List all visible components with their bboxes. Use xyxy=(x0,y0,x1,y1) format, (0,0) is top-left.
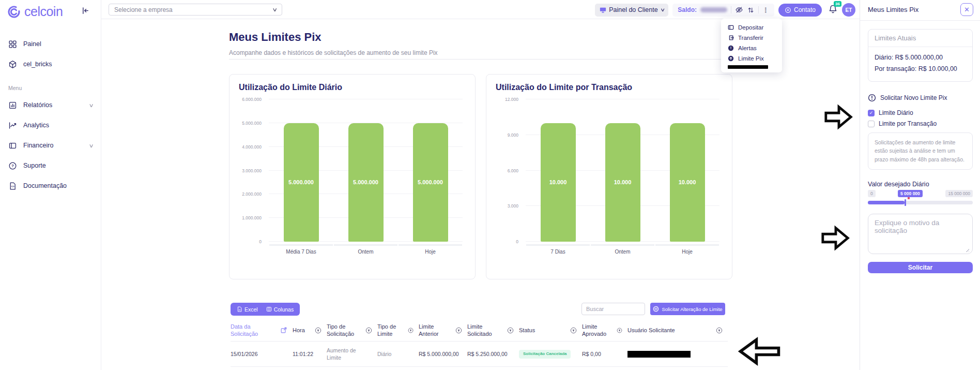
menu-item-redaction-bar xyxy=(728,65,768,69)
menu-item-alertas[interactable]: ! Alertas xyxy=(721,43,782,53)
sidebar-item-cel-bricks[interactable]: cel_bricks xyxy=(0,56,101,72)
topbar-actions: Painel do Cliente ∨ Saldo: ⋮ Contato xyxy=(595,3,855,17)
requests-table: Data da Solicitação Hora Tipo de Solicit… xyxy=(231,319,728,367)
bar-slot: 10.000 xyxy=(590,99,655,242)
column-header-data-solicitacao[interactable]: Data da Solicitação xyxy=(231,319,293,341)
x-axis-labels: 7 DiasOntemHoje xyxy=(526,244,719,255)
column-header-limite-aprovado[interactable]: Limite Aprovado xyxy=(582,319,627,341)
checkbox-limite-transacao[interactable]: Limite por Transação xyxy=(868,120,937,127)
support-icon: ? xyxy=(8,161,17,170)
checkbox-limite-diario[interactable]: ✓ Limite Diário xyxy=(868,109,913,116)
table-header-row: Data da Solicitação Hora Tipo de Solicit… xyxy=(231,319,728,341)
sidebar-item-financeiro[interactable]: Financeiro ∨ xyxy=(0,138,101,153)
reports-icon xyxy=(8,101,17,110)
client-panel-label: Painel do Cliente xyxy=(609,6,658,13)
company-select[interactable]: Selecione a empresa ∨ xyxy=(109,4,282,16)
client-panel-switcher[interactable]: Painel do Cliente ∨ xyxy=(595,4,668,17)
slider-handle[interactable] xyxy=(905,199,906,206)
sidebar-item-label: Suporte xyxy=(23,162,46,169)
current-limits-header: Limites Atuais xyxy=(868,29,972,47)
column-header-tipo-solicitacao[interactable]: Tipo de Solicitação xyxy=(327,319,377,341)
filter-icon[interactable] xyxy=(408,327,414,334)
menu-item-transferir[interactable]: Transferir xyxy=(721,33,782,43)
sidebar-item-analytics[interactable]: Analytics xyxy=(0,117,101,133)
info-icon xyxy=(868,94,876,102)
column-header-hora[interactable]: Hora xyxy=(293,319,327,341)
bar-value-label: 10.000 xyxy=(614,179,632,185)
per-transaction-limit-value: Por transação: R$ 10.000,00 xyxy=(875,64,966,75)
checkbox-checked-icon[interactable]: ✓ xyxy=(868,110,875,116)
svg-text:!: ! xyxy=(730,46,731,50)
divider xyxy=(731,6,731,13)
filter-icon[interactable] xyxy=(570,327,577,334)
brand-name: celcoin xyxy=(24,4,63,19)
menu-item-label: Alertas xyxy=(738,45,757,51)
reason-textarea[interactable] xyxy=(868,214,973,254)
columns-button[interactable]: Colunas xyxy=(262,303,298,316)
table-row[interactable]: 15/01/2026 11:01:22 Aumento de Limite Di… xyxy=(231,342,728,366)
excel-label: Excel xyxy=(244,306,258,313)
filter-icon[interactable] xyxy=(365,327,372,334)
bar-value-label: 10.000 xyxy=(549,179,567,185)
chevron-down-icon: ∨ xyxy=(660,7,665,12)
y-tick-label: 1.000.000 xyxy=(242,215,262,220)
sidebar-collapse-icon[interactable] xyxy=(82,7,89,17)
filter-icon[interactable] xyxy=(507,327,514,334)
request-limit-change-button[interactable]: Solicitar Alteração de Limite xyxy=(650,303,725,315)
contato-button[interactable]: Contato xyxy=(778,4,822,17)
filter-icon[interactable] xyxy=(617,327,622,334)
y-axis-labels: 03.0006.0009.00012.000 xyxy=(496,99,523,242)
column-header-usuario-solicitante[interactable]: Usuário Solicitante xyxy=(627,319,728,341)
columns-label: Colunas xyxy=(274,306,294,313)
filter-icon[interactable] xyxy=(315,327,321,334)
close-icon[interactable]: ✕ xyxy=(960,3,973,16)
y-tick-label: 12.000 xyxy=(505,97,518,102)
menu-item-depositar[interactable]: Depositar xyxy=(721,22,782,33)
circle-minus-icon xyxy=(653,306,659,312)
column-header-limite-anterior[interactable]: Limite Anterior xyxy=(419,319,467,341)
kebab-menu-icon[interactable]: ⋮ xyxy=(762,6,769,14)
checkbox-label: Limite Diário xyxy=(879,109,913,116)
filter-icon[interactable] xyxy=(455,327,462,334)
avatar[interactable]: ET xyxy=(842,3,855,17)
y-axis-labels: 01.000.0002.000.0003.000.0004.000.0005.0… xyxy=(239,99,266,242)
chart-plot-area: 03.0006.0009.00012.000 10.00010.00010.00… xyxy=(496,99,723,255)
hide-balance-eye-off-icon[interactable] xyxy=(735,6,743,14)
limit-request-note: Solicitações de aumento de limite estão … xyxy=(868,132,973,170)
sidebar-item-label: Financeiro xyxy=(23,142,53,149)
sidebar-item-documentacao[interactable]: <> Documentação xyxy=(0,178,101,194)
analytics-icon xyxy=(8,121,17,130)
cell-previous-limit: R$ 5.000.000,00 xyxy=(419,342,465,366)
column-header-limite-solicitado[interactable]: Limite Solicitado xyxy=(467,319,519,341)
sidebar-item-painel[interactable]: Painel xyxy=(0,36,101,52)
slider-value-badges: 0 5 000 000 15 000 000 xyxy=(868,190,973,197)
sidebar-item-label: Painel xyxy=(23,40,41,48)
y-tick-label: 9.000 xyxy=(508,132,518,138)
sidebar-item-relatorios[interactable]: Relatórios ∨ xyxy=(0,97,101,113)
excel-export-button[interactable]: Excel xyxy=(233,303,262,316)
notifications-bell-icon[interactable]: 36 xyxy=(828,4,838,16)
x-tick-label: Ontem xyxy=(334,244,397,255)
account-dropdown-menu: Depositar Transferir ! Alertas Limite Pi… xyxy=(721,19,782,72)
balance-value-redacted xyxy=(700,7,727,12)
transfer-swap-icon[interactable] xyxy=(747,6,755,14)
search-input[interactable] xyxy=(581,303,645,315)
app-window: celcoin Painel cel_bricks Menu Relatório… xyxy=(0,0,980,370)
menu-item-limite-pix[interactable]: Limite Pix xyxy=(721,53,782,64)
export-sort-icon[interactable] xyxy=(280,327,287,334)
desired-value-slider[interactable] xyxy=(868,201,973,204)
chevron-down-icon: ∨ xyxy=(272,7,278,12)
checkbox-unchecked-icon[interactable] xyxy=(868,121,875,127)
current-limits-values: Diário: R$ 5.000.000,00 Por transação: R… xyxy=(868,47,972,81)
filter-icon[interactable] xyxy=(716,327,723,334)
svg-text:<>: <> xyxy=(11,184,14,187)
column-header-status[interactable]: Status xyxy=(519,319,582,341)
solicitar-button[interactable]: Solicitar xyxy=(868,262,973,273)
y-tick-label: 3.000.000 xyxy=(242,168,262,173)
sidebar-item-suporte[interactable]: ? Suporte xyxy=(0,158,101,173)
bar-value-label: 5.000.000 xyxy=(288,179,314,185)
chevron-down-icon: ∨ xyxy=(88,102,94,108)
contact-icon xyxy=(785,7,791,13)
column-header-tipo-limite[interactable]: Tipo de Limite xyxy=(377,319,419,341)
x-tick-label: Hoje xyxy=(655,244,719,255)
